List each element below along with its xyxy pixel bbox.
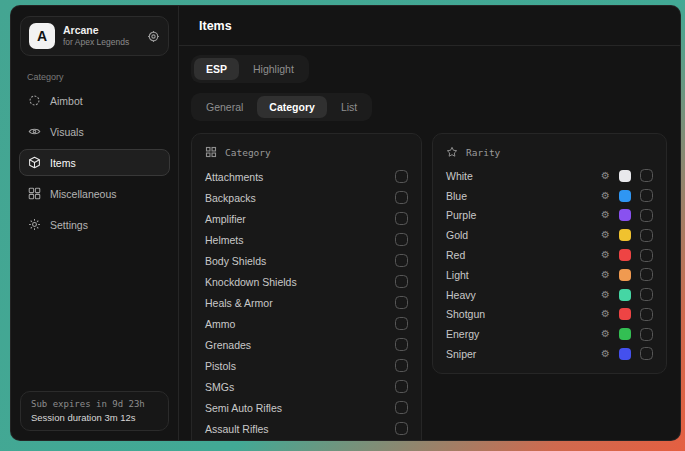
category-checkbox[interactable] xyxy=(395,254,408,267)
rarity-checkbox[interactable] xyxy=(640,169,653,182)
rarity-checkbox[interactable] xyxy=(640,268,653,281)
gear-icon[interactable]: ⚙ xyxy=(601,191,610,201)
color-swatch[interactable] xyxy=(619,289,631,301)
category-label: Helmets xyxy=(205,234,244,246)
rarity-row: Purple ⚙ xyxy=(446,206,653,226)
tab-general[interactable]: General xyxy=(194,96,255,118)
gear-icon[interactable]: ⚙ xyxy=(601,250,610,260)
color-swatch[interactable] xyxy=(619,328,631,340)
category-panel-header: Category xyxy=(205,143,408,161)
grid-icon xyxy=(28,187,41,200)
category-checkbox[interactable] xyxy=(395,212,408,225)
rarity-panel-title: Rarity xyxy=(466,147,500,158)
gear-icon[interactable]: ⚙ xyxy=(601,210,610,220)
mode-toggle: ESP Highlight xyxy=(191,55,309,83)
sidebar-item-items[interactable]: Items xyxy=(19,149,170,176)
category-panel-title: Category xyxy=(225,147,271,158)
sidebar-item-miscellaneous[interactable]: Miscellaneous xyxy=(19,180,170,207)
category-checkbox[interactable] xyxy=(395,338,408,351)
gear-icon[interactable]: ⚙ xyxy=(601,329,610,339)
category-checkbox[interactable] xyxy=(395,275,408,288)
rarity-row: Shotgun ⚙ xyxy=(446,304,653,324)
color-swatch[interactable] xyxy=(619,348,631,360)
box-icon xyxy=(28,156,41,169)
mode-highlight-button[interactable]: Highlight xyxy=(241,58,306,80)
category-row: Knockdown Shields xyxy=(205,271,408,292)
sidebar-item-label: Settings xyxy=(50,219,88,231)
gear-icon[interactable]: ⚙ xyxy=(601,309,610,319)
color-swatch[interactable] xyxy=(619,190,631,202)
main-header: Items xyxy=(179,6,680,46)
sidebar-item-visuals[interactable]: Visuals xyxy=(19,118,170,145)
rarity-label: Gold xyxy=(446,229,468,241)
app-header-card: A Arcane for Apex Legends xyxy=(20,16,169,56)
rarity-checkbox[interactable] xyxy=(640,229,653,242)
category-checkbox[interactable] xyxy=(395,317,408,330)
category-checkbox[interactable] xyxy=(395,191,408,204)
sidebar-nav: Aimbot Visuals Items xyxy=(11,87,178,238)
gear-icon xyxy=(28,218,41,231)
color-swatch[interactable] xyxy=(619,269,631,281)
category-row: SMGs xyxy=(205,376,408,397)
rarity-label: Shotgun xyxy=(446,308,485,320)
sidebar-item-settings[interactable]: Settings xyxy=(19,211,170,238)
page-title: Items xyxy=(199,19,232,33)
rarity-row: Energy ⚙ xyxy=(446,324,653,344)
rarity-checkbox[interactable] xyxy=(640,189,653,202)
sidebar-section-label: Category xyxy=(27,72,178,82)
sidebar-item-label: Items xyxy=(50,157,76,169)
color-swatch[interactable] xyxy=(619,308,631,320)
tab-category[interactable]: Category xyxy=(257,96,327,118)
rarity-row: Blue ⚙ xyxy=(446,186,653,206)
gear-icon[interactable]: ⚙ xyxy=(601,349,610,359)
app-name: Arcane xyxy=(63,24,129,37)
category-row: Body Shields xyxy=(205,250,408,271)
rarity-row: Light ⚙ xyxy=(446,265,653,285)
view-tabs: General Category List xyxy=(191,93,372,121)
category-checkbox[interactable] xyxy=(395,422,408,435)
rarity-checkbox[interactable] xyxy=(640,328,653,341)
sidebar-item-label: Visuals xyxy=(50,126,84,138)
rarity-checkbox[interactable] xyxy=(640,347,653,360)
category-label: Amplifier xyxy=(205,213,246,225)
category-label: Grenades xyxy=(205,339,251,351)
mode-esp-button[interactable]: ESP xyxy=(194,58,239,80)
gear-icon[interactable]: ⚙ xyxy=(601,230,610,240)
category-checkbox[interactable] xyxy=(395,296,408,309)
category-label: Body Shields xyxy=(205,255,266,267)
rarity-row: Gold ⚙ xyxy=(446,225,653,245)
rarity-checkbox[interactable] xyxy=(640,308,653,321)
rarity-checkbox[interactable] xyxy=(640,209,653,222)
eye-icon xyxy=(28,125,41,138)
sidebar: A Arcane for Apex Legends Category xyxy=(11,6,179,440)
gear-icon[interactable]: ⚙ xyxy=(601,270,610,280)
target-icon[interactable] xyxy=(147,30,160,43)
color-swatch[interactable] xyxy=(619,170,631,182)
rarity-checkbox[interactable] xyxy=(640,288,653,301)
rarity-label: Light xyxy=(446,269,469,281)
category-checkbox[interactable] xyxy=(395,359,408,372)
gear-icon[interactable]: ⚙ xyxy=(601,171,610,181)
color-swatch[interactable] xyxy=(619,249,631,261)
rarity-checkbox[interactable] xyxy=(640,249,653,262)
sidebar-item-aimbot[interactable]: Aimbot xyxy=(19,87,170,114)
rarity-panel: Rarity White ⚙ xyxy=(432,133,667,374)
color-swatch[interactable] xyxy=(619,209,631,221)
category-label: Semi Auto Rifles xyxy=(205,402,282,414)
category-label: Knockdown Shields xyxy=(205,276,297,288)
category-row: Semi Auto Rifles xyxy=(205,397,408,418)
category-checkbox[interactable] xyxy=(395,401,408,414)
color-swatch[interactable] xyxy=(619,229,631,241)
category-checkbox[interactable] xyxy=(395,170,408,183)
rarity-label: White xyxy=(446,170,473,182)
category-row: Backpacks xyxy=(205,187,408,208)
app-logo: A xyxy=(29,23,55,49)
gear-icon[interactable]: ⚙ xyxy=(601,290,610,300)
category-checkbox[interactable] xyxy=(395,380,408,393)
category-checkbox[interactable] xyxy=(395,233,408,246)
sub-expires-text: Sub expires in 9d 23h xyxy=(31,399,158,409)
tab-list[interactable]: List xyxy=(329,96,369,118)
rarity-panel-header: Rarity xyxy=(446,143,653,161)
category-label: Attachments xyxy=(205,171,263,183)
star-icon xyxy=(446,146,458,158)
